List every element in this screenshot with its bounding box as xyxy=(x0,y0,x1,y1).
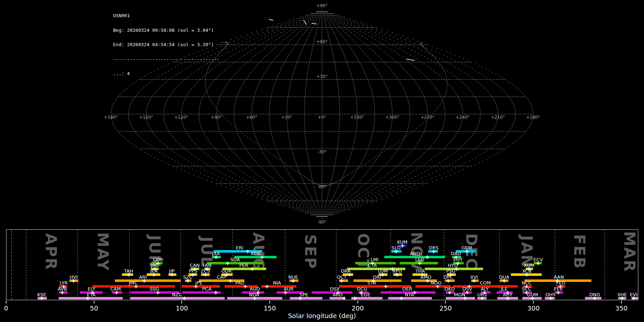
peak-marker: + xyxy=(260,254,264,260)
x-axis-tick-label: 200 xyxy=(352,304,364,312)
latitude-label: +30° xyxy=(316,74,327,79)
peak-marker: + xyxy=(400,243,405,249)
peak-marker: + xyxy=(480,296,484,301)
shower-label: COM xyxy=(480,280,491,285)
longitude-label: +210° xyxy=(491,115,505,120)
shower-label: NZC xyxy=(172,292,182,297)
peak-marker: + xyxy=(203,272,208,278)
x-axis-tick-label: 50 xyxy=(90,304,98,312)
month-boundary-line xyxy=(26,230,26,300)
latitude-label: +60° xyxy=(316,39,327,44)
shower-label: SDA xyxy=(230,257,240,262)
latitude-label: -60° xyxy=(317,184,327,189)
month-boundary-line xyxy=(444,230,444,300)
shower-label: NIA xyxy=(273,280,281,285)
longitude-label: +120° xyxy=(174,115,188,120)
peak-marker: + xyxy=(170,272,174,278)
peak-marker: + xyxy=(265,284,269,289)
peak-marker: + xyxy=(463,296,467,301)
peak-marker: + xyxy=(245,249,250,254)
shower-label: ARD xyxy=(333,292,343,297)
session-info: USN001 Beg: 20260324 00:58:08 (sol = 3.0… xyxy=(113,4,219,86)
shower-label: ERI xyxy=(236,245,243,250)
longitude-label: +60° xyxy=(246,115,257,120)
peak-marker: + xyxy=(431,249,436,254)
peak-marker: + xyxy=(525,272,529,278)
peak-marker: + xyxy=(126,272,131,278)
peak-marker: + xyxy=(394,249,398,254)
peak-marker: + xyxy=(214,254,218,260)
x-axis-tick xyxy=(621,301,622,303)
peak-marker: + xyxy=(243,284,248,289)
x-axis-tick-label: 300 xyxy=(527,304,540,312)
peak-marker: + xyxy=(298,296,302,301)
peak-marker: + xyxy=(399,296,404,301)
shower-bar xyxy=(353,279,401,282)
x-axis-tick xyxy=(445,301,446,303)
longitude-label: +150° xyxy=(139,115,153,120)
month-boundary-line xyxy=(77,230,78,300)
latitude-label: +90° xyxy=(316,3,327,8)
current-solar-longitude-line xyxy=(11,230,12,300)
peak-marker: + xyxy=(536,260,540,266)
shower-label: PCA xyxy=(202,287,211,291)
peak-marker: + xyxy=(447,290,452,296)
shower-bar xyxy=(312,291,352,294)
peak-marker: + xyxy=(342,296,346,301)
shower-bar xyxy=(207,262,263,264)
x-axis-tick-label: 150 xyxy=(264,304,276,312)
separator-line: -------------------------------------- xyxy=(113,57,219,62)
month-boundary-line xyxy=(129,230,130,300)
peak-marker: + xyxy=(156,290,160,296)
shower-label: OER xyxy=(402,287,412,291)
longitude-label: +330° xyxy=(350,115,364,120)
longitude-label: +270° xyxy=(421,115,435,120)
peak-marker: + xyxy=(425,254,429,260)
peak-marker: + xyxy=(252,296,257,301)
shower-bar xyxy=(388,297,432,299)
shower-bar xyxy=(115,279,181,282)
x-axis-label: Solar longitude (deg) xyxy=(288,312,356,319)
x-axis-tick xyxy=(357,301,358,303)
meteor-count: ...: 4 xyxy=(113,71,219,76)
longitude-label: +30° xyxy=(281,115,292,120)
x-axis-tick xyxy=(94,301,94,303)
shower-bar xyxy=(339,285,411,288)
x-axis-tick xyxy=(181,301,182,303)
shower-label: KCG xyxy=(251,251,260,256)
peak-marker: + xyxy=(502,278,506,284)
peak-marker: + xyxy=(185,278,190,284)
peak-marker: + xyxy=(142,278,147,284)
shower-bar xyxy=(234,256,277,258)
x-axis-tick xyxy=(269,301,270,303)
peak-marker: + xyxy=(418,260,422,266)
month-boundary-line xyxy=(180,230,181,300)
peak-marker: + xyxy=(556,290,561,296)
peak-marker: + xyxy=(395,272,399,278)
longitude-label: +240° xyxy=(456,115,470,120)
peak-marker: + xyxy=(339,278,344,284)
month-label: MAR xyxy=(620,231,638,273)
shower-bar xyxy=(59,297,123,299)
month-boundary-line xyxy=(390,230,391,300)
peak-marker: + xyxy=(425,278,430,284)
peak-marker: + xyxy=(352,296,357,301)
longitude-label: +0° xyxy=(318,115,326,120)
peak-marker: + xyxy=(114,290,119,296)
session-begin: Beg: 20260324 00:58:08 (sol = 3.04°) xyxy=(113,28,219,33)
longitude-label: +180° xyxy=(526,115,540,120)
x-axis-tick-label: 350 xyxy=(615,304,628,312)
month-label: APR xyxy=(42,233,60,271)
peak-marker: + xyxy=(505,296,510,301)
peak-marker: + xyxy=(283,290,288,296)
peak-marker: + xyxy=(39,296,44,301)
meteor-analysis-screen: USN001 Beg: 20260324 00:58:08 (sol = 3.0… xyxy=(0,0,644,322)
peak-marker: + xyxy=(446,278,450,284)
shower-label: CAP xyxy=(217,275,226,279)
peak-marker: + xyxy=(133,284,138,289)
month-boundary-line xyxy=(232,230,233,300)
shower-label: EGE xyxy=(361,292,371,297)
shower-bar xyxy=(446,297,475,299)
x-axis-tick-label: 0 xyxy=(4,304,8,312)
peak-marker: + xyxy=(620,296,624,301)
